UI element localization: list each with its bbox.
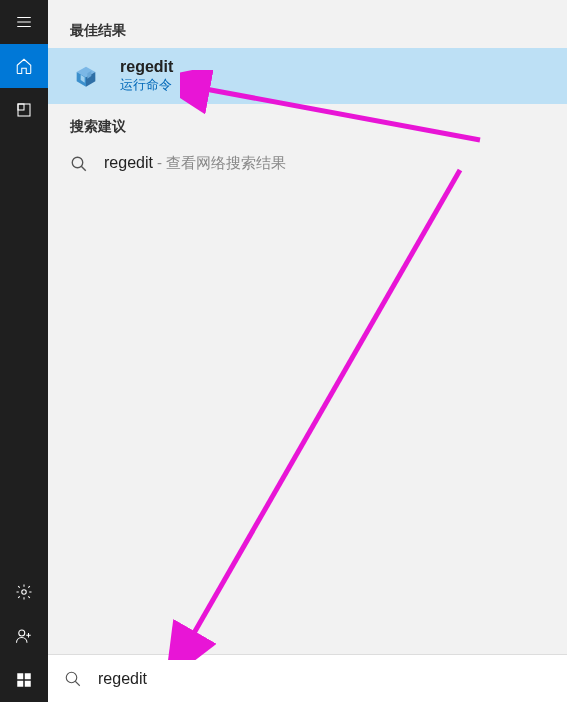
account-icon xyxy=(15,627,33,645)
start-icon xyxy=(15,671,33,689)
svg-rect-6 xyxy=(17,681,23,687)
svg-rect-5 xyxy=(25,673,31,679)
filter-bar xyxy=(48,0,567,8)
home-icon xyxy=(15,57,33,75)
svg-rect-4 xyxy=(17,673,23,679)
svg-point-9 xyxy=(66,672,77,683)
hamburger-icon xyxy=(15,13,33,31)
suggestions-header: 搜索建议 xyxy=(48,104,567,144)
best-match-title: regedit xyxy=(120,58,173,76)
svg-point-3 xyxy=(19,630,25,636)
suggestion-text: regedit xyxy=(104,154,153,171)
svg-point-8 xyxy=(72,157,83,168)
search-icon xyxy=(70,155,88,173)
svg-point-2 xyxy=(22,590,27,595)
best-match-subtitle: 运行命令 xyxy=(120,76,173,94)
settings-button[interactable] xyxy=(0,570,48,614)
home-button[interactable] xyxy=(0,44,48,88)
regedit-cube-icon xyxy=(70,60,102,92)
apps-button[interactable] xyxy=(0,88,48,132)
search-bar xyxy=(48,654,567,702)
suggestion-desc: 查看网络搜索结果 xyxy=(153,154,286,171)
settings-icon xyxy=(15,583,33,601)
svg-rect-7 xyxy=(25,681,31,687)
web-suggestion-item[interactable]: regedit查看网络搜索结果 xyxy=(48,144,567,183)
search-input[interactable] xyxy=(98,670,551,688)
best-match-item[interactable]: regedit 运行命令 xyxy=(48,48,567,104)
best-match-text: regedit 运行命令 xyxy=(120,58,173,94)
hamburger-button[interactable] xyxy=(0,0,48,44)
search-icon xyxy=(64,670,82,688)
search-results-pane: 最佳结果 regedit 运行命令 搜索建议 regedit查看网络搜索结果 xyxy=(48,0,567,702)
account-button[interactable] xyxy=(0,614,48,658)
start-button[interactable] xyxy=(0,658,48,702)
svg-rect-1 xyxy=(18,104,24,110)
best-match-header: 最佳结果 xyxy=(48,8,567,48)
start-rail xyxy=(0,0,48,702)
apps-icon xyxy=(15,101,33,119)
